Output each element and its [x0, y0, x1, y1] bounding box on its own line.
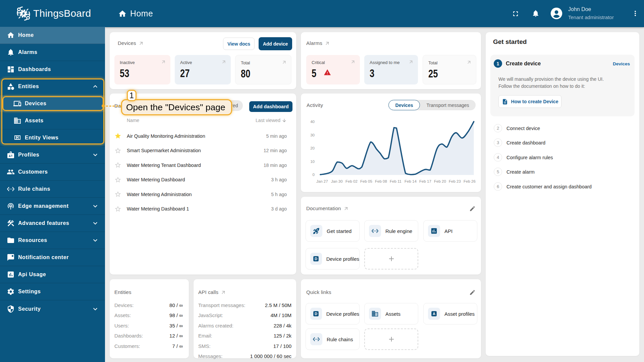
- svg-text:A: A: [433, 312, 435, 316]
- svg-text:D: D: [315, 312, 317, 316]
- svg-text:D: D: [315, 257, 317, 261]
